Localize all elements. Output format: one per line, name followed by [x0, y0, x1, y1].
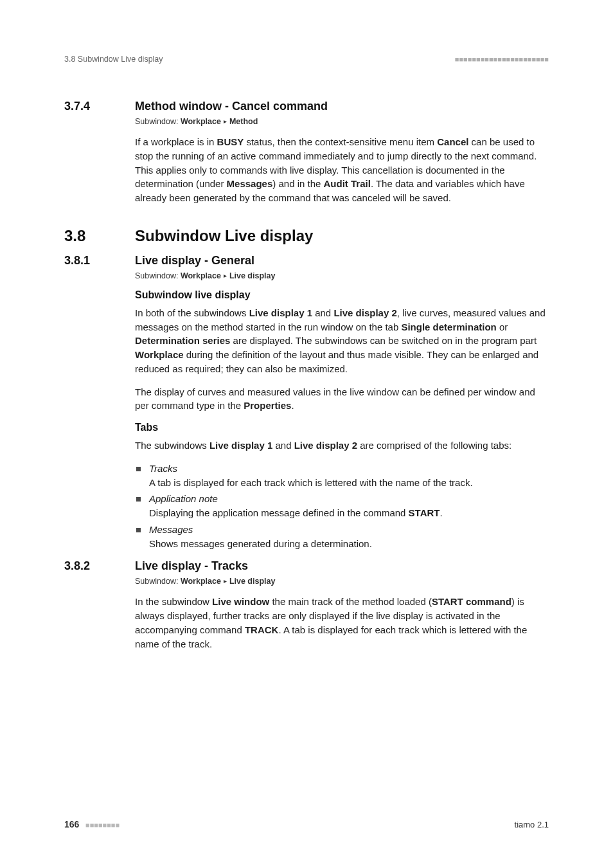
- heading-38: 3.8 Subwindow Live display: [64, 227, 549, 245]
- heading-381-number: 3.8.1: [64, 254, 135, 267]
- text: the main track of the method loaded (: [269, 596, 432, 607]
- section-382-body: Subwindow: Workplace▸Live display In the…: [135, 577, 549, 651]
- audit-trail-bold: Audit Trail: [324, 178, 371, 189]
- heading-382: 3.8.2 Live display - Tracks: [64, 559, 549, 573]
- start-bold: START: [409, 507, 440, 518]
- live-display-2-bold: Live display 2: [333, 307, 396, 318]
- track-bold: TRACK: [245, 624, 279, 635]
- footer-right: tiamo 2.1: [515, 820, 549, 829]
- single-determination-bold: Single determination: [401, 321, 496, 332]
- determination-series-bold: Determination series: [135, 335, 230, 346]
- live-display-2-bold: Live display 2: [294, 440, 357, 451]
- heading-382-title: Live display - Tracks: [135, 559, 248, 573]
- subwindow-path-382: Subwindow: Workplace▸Live display: [135, 577, 549, 586]
- list-item-body-b: .: [440, 507, 442, 518]
- text: The subwindows: [135, 440, 209, 451]
- text: In both of the subwindows: [135, 307, 249, 318]
- heading-374-number: 3.7.4: [64, 100, 135, 113]
- breadcrumb-separator-icon: ▸: [224, 272, 227, 279]
- heading-381-title: Live display - General: [135, 254, 254, 267]
- text: during the definition of the layout and …: [135, 349, 538, 374]
- page: 3.8 Subwindow Live display ■■■■■■■■■■■■■…: [0, 0, 613, 868]
- list-item-body: Shows messages generated during a determ…: [149, 538, 372, 549]
- heading-381: 3.8.1 Live display - General: [64, 254, 549, 267]
- text: are displayed. The subwindows can be swi…: [230, 335, 537, 346]
- busy-bold: BUSY: [217, 136, 244, 147]
- page-number: 166: [64, 819, 79, 829]
- subheading-tabs: Tabs: [135, 422, 549, 433]
- heading-374: 3.7.4 Method window - Cancel command: [64, 100, 549, 113]
- para-382-1: In the subwindow Live window the main tr…: [135, 595, 549, 651]
- subheading-subwindow-live-display: Subwindow live display: [135, 289, 549, 301]
- section-381-body: Subwindow: Workplace▸Live display Subwin…: [135, 271, 549, 551]
- running-header: 3.8 Subwindow Live display ■■■■■■■■■■■■■…: [64, 55, 549, 64]
- list-item: Messages Shows messages generated during…: [135, 523, 549, 551]
- list-item-head-messages: Messages: [149, 524, 193, 535]
- text: and: [312, 307, 333, 318]
- footer-ticks: ■■■■■■■■: [85, 821, 120, 829]
- subwindow-part1: Workplace: [181, 117, 221, 126]
- list-item-body-a: Displaying the application message defin…: [149, 507, 409, 518]
- breadcrumb-separator-icon: ▸: [224, 577, 227, 584]
- para-381-3: The subwindows Live display 1 and Live d…: [135, 439, 549, 453]
- live-display-1-bold: Live display 1: [249, 307, 312, 318]
- para-374-1: If a workplace is in BUSY status, then t…: [135, 135, 549, 205]
- text: or: [497, 321, 508, 332]
- subwindow-path-381: Subwindow: Workplace▸Live display: [135, 271, 549, 280]
- subwindow-part1: Workplace: [181, 271, 221, 280]
- para-381-2: The display of curves and measured value…: [135, 385, 549, 413]
- heading-38-title: Subwindow Live display: [135, 227, 313, 245]
- text: and: [272, 440, 294, 451]
- content: 3.7.4 Method window - Cancel command Sub…: [64, 100, 549, 651]
- subwindow-part2: Method: [229, 117, 258, 126]
- section-374-body: Subwindow: Workplace▸Method If a workpla…: [135, 117, 549, 205]
- subwindow-label: Subwindow:: [135, 271, 181, 280]
- tabs-list: Tracks A tab is displayed for each track…: [135, 462, 549, 551]
- footer: 166 ■■■■■■■■ tiamo 2.1: [64, 819, 549, 829]
- text: status, then the context-sensitive menu …: [244, 136, 437, 147]
- list-item-head-tracks: Tracks: [149, 463, 177, 474]
- heading-38-number: 3.8: [64, 227, 135, 245]
- text: ) and in the: [272, 178, 323, 189]
- header-ticks-right: ■■■■■■■■■■■■■■■■■■■■■■: [455, 55, 549, 63]
- cancel-bold: Cancel: [437, 136, 468, 147]
- subwindow-label: Subwindow:: [135, 117, 181, 126]
- heading-374-title: Method window - Cancel command: [135, 100, 328, 113]
- list-item-head-application-note: Application note: [149, 493, 218, 504]
- live-display-1-bold: Live display 1: [209, 440, 272, 451]
- list-item: Tracks A tab is displayed for each track…: [135, 462, 549, 490]
- text: are comprised of the following tabs:: [357, 440, 511, 451]
- footer-left: 166 ■■■■■■■■: [64, 819, 120, 829]
- text: The display of curves and measured value…: [135, 386, 535, 411]
- text: .: [291, 400, 294, 411]
- messages-bold: Messages: [227, 178, 273, 189]
- text: In the subwindow: [135, 596, 212, 607]
- subwindow-label: Subwindow:: [135, 577, 181, 586]
- breadcrumb-separator-icon: ▸: [224, 118, 227, 125]
- live-window-bold: Live window: [212, 596, 269, 607]
- subwindow-part2: Live display: [229, 577, 276, 586]
- list-item: Application note Displaying the applicat…: [135, 492, 549, 520]
- workplace-bold: Workplace: [135, 349, 184, 360]
- subwindow-part1: Workplace: [181, 577, 221, 586]
- heading-382-number: 3.8.2: [64, 559, 135, 573]
- header-left: 3.8 Subwindow Live display: [64, 55, 163, 64]
- subwindow-path-374: Subwindow: Workplace▸Method: [135, 117, 549, 126]
- subwindow-part2: Live display: [229, 271, 276, 280]
- list-item-body: A tab is displayed for each track which …: [149, 477, 473, 488]
- properties-bold: Properties: [244, 400, 291, 411]
- text: If a workplace is in: [135, 136, 217, 147]
- start-command-bold: START command: [432, 596, 511, 607]
- para-381-1: In both of the subwindows Live display 1…: [135, 306, 549, 376]
